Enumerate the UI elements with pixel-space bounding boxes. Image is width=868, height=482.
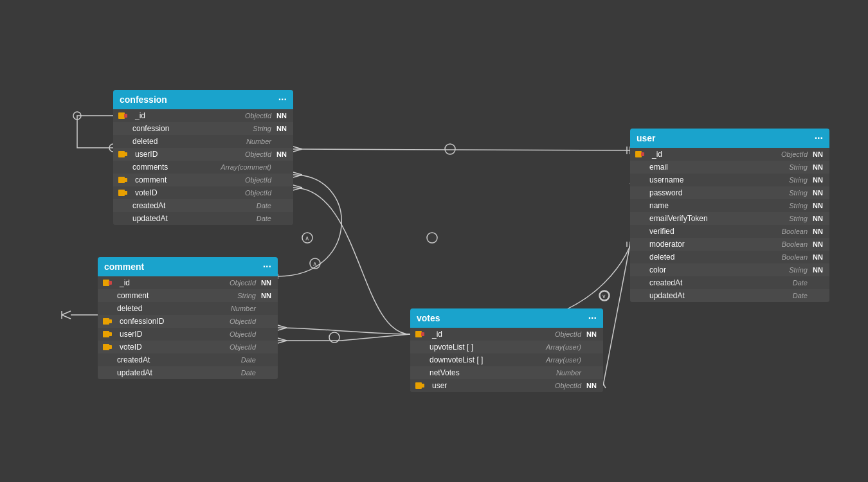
- svg-line-23: [341, 334, 410, 341]
- svg-line-4: [293, 149, 302, 152]
- fk-icon: [118, 177, 132, 183]
- table-row: username String NN: [630, 174, 829, 186]
- svg-line-2: [293, 149, 630, 150]
- table-row: voteID ObjectId: [113, 186, 293, 199]
- votes-table[interactable]: votes ··· _id ObjectId NN upvoteList [ ]…: [410, 308, 603, 392]
- confession-title: confession: [120, 94, 167, 105]
- svg-line-14: [293, 185, 302, 188]
- table-row: moderator Boolean NN: [630, 238, 829, 251]
- table-row: updatedAt Date: [98, 366, 278, 379]
- table-row: userID ObjectId: [98, 328, 278, 341]
- svg-point-21: [599, 290, 610, 301]
- user-table[interactable]: user ··· _id ObjectId NN email String NN…: [630, 129, 829, 302]
- table-row: deleted Boolean NN: [630, 251, 829, 263]
- pk-icon: [118, 112, 132, 119]
- svg-point-20: [427, 233, 437, 243]
- svg-text:∧: ∧: [312, 260, 317, 267]
- diagram-canvas: ∧ ∧ ∨: [0, 0, 868, 482]
- table-row: _id ObjectId NN: [98, 276, 278, 289]
- comment-title: comment: [104, 262, 144, 272]
- svg-line-27: [603, 244, 630, 386]
- table-row: confession String NN: [113, 122, 293, 135]
- table-row: deleted Number: [113, 135, 293, 148]
- svg-line-9: [293, 175, 302, 177]
- table-row: _id ObjectId NN: [630, 148, 829, 161]
- table-row: upvoteList [ ] Array(user): [410, 341, 603, 353]
- pk-icon: [635, 151, 649, 157]
- table-row: email String NN: [630, 161, 829, 174]
- fk-icon: [103, 318, 117, 325]
- fk-icon: [415, 382, 429, 389]
- votes-title: votes: [417, 313, 440, 323]
- svg-line-18: [278, 325, 287, 328]
- table-row: verified Boolean NN: [630, 225, 829, 238]
- table-row: createdAt Date: [630, 276, 829, 289]
- table-row: password String NN: [630, 186, 829, 199]
- votes-menu-icon[interactable]: ···: [588, 312, 597, 324]
- table-row: comment String NN: [98, 289, 278, 302]
- svg-line-15: [293, 188, 302, 190]
- svg-line-28: [603, 383, 606, 388]
- pk-icon: [103, 280, 117, 286]
- svg-point-12: [302, 233, 312, 243]
- table-row: comment ObjectId: [113, 174, 293, 186]
- svg-line-34: [62, 311, 71, 315]
- table-row: _id ObjectId NN: [113, 109, 293, 122]
- table-row: deleted Number: [98, 302, 278, 315]
- fk-icon: [118, 190, 132, 196]
- svg-line-8: [293, 172, 302, 175]
- svg-point-16: [310, 258, 320, 269]
- confession-menu-icon[interactable]: ···: [278, 94, 287, 105]
- confession-table-header[interactable]: confession ···: [113, 90, 293, 109]
- pk-icon: [415, 331, 429, 337]
- svg-point-1: [73, 112, 81, 120]
- svg-text:∧: ∧: [305, 235, 309, 242]
- table-row: createdAt Date: [113, 199, 293, 212]
- svg-line-3: [293, 147, 302, 149]
- fk-icon: [118, 151, 132, 157]
- table-row: user ObjectId NN: [410, 379, 603, 392]
- table-row: confessionID ObjectId: [98, 315, 278, 328]
- user-title: user: [637, 133, 656, 143]
- user-table-header[interactable]: user ···: [630, 129, 829, 148]
- comment-menu-icon[interactable]: ···: [263, 261, 271, 272]
- user-menu-icon[interactable]: ···: [815, 132, 823, 144]
- svg-line-24: [278, 338, 287, 341]
- table-row: emailVerifyToken String NN: [630, 212, 829, 225]
- svg-point-26: [329, 332, 339, 343]
- table-row: userID ObjectId NN: [113, 148, 293, 161]
- comment-table[interactable]: comment ··· _id ObjectId NN comment Stri…: [98, 257, 278, 379]
- svg-line-19: [278, 328, 287, 330]
- table-row: comments Array(comment): [113, 161, 293, 174]
- svg-point-31: [600, 291, 609, 300]
- table-row: color String NN: [630, 263, 829, 276]
- table-row: voteID ObjectId: [98, 341, 278, 353]
- table-row: _id ObjectId NN: [410, 328, 603, 341]
- fk-icon: [103, 331, 117, 337]
- table-row: name String NN: [630, 199, 829, 212]
- svg-line-25: [278, 341, 287, 343]
- table-row: createdAt Date: [98, 353, 278, 366]
- table-row: updatedAt Date: [630, 289, 829, 302]
- table-row: netVotes Number: [410, 366, 603, 379]
- table-row: updatedAt Date: [113, 212, 293, 225]
- fk-icon: [103, 344, 117, 350]
- comment-table-header[interactable]: comment ···: [98, 257, 278, 276]
- svg-point-7: [445, 144, 455, 154]
- confession-table[interactable]: confession ··· _id ObjectId NN confessio…: [113, 90, 293, 225]
- svg-line-35: [62, 315, 71, 319]
- svg-text:∨: ∨: [602, 293, 606, 299]
- table-row: downvoteList [ ] Array(user): [410, 353, 603, 366]
- votes-table-header[interactable]: votes ···: [410, 308, 603, 328]
